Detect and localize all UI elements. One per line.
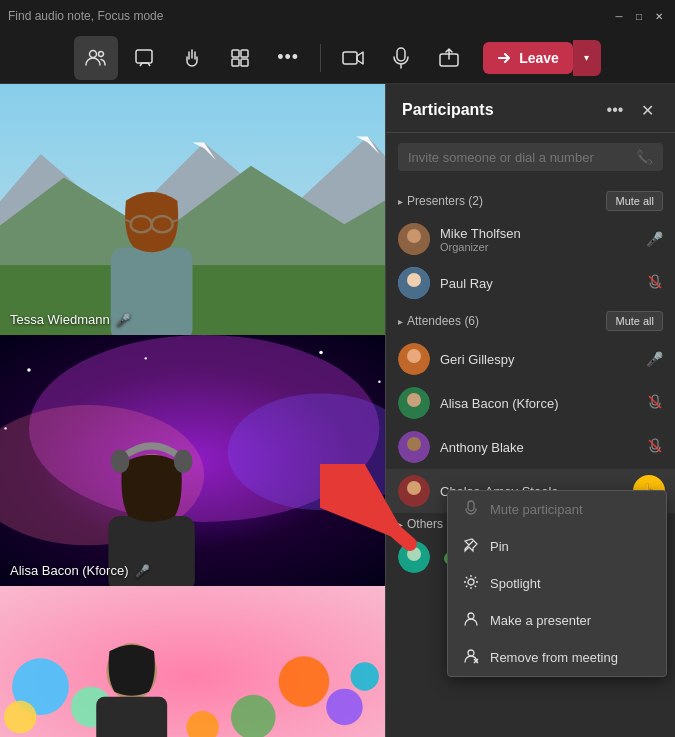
mic-button[interactable] <box>379 36 423 80</box>
mike-role: Organizer <box>440 241 642 253</box>
pin-menu-icon <box>462 537 480 556</box>
main-content: Tessa Wiedmann 🎤 <box>0 84 675 737</box>
presenter-menu-label: Make a presenter <box>490 613 591 628</box>
presenters-chevron: ▸ <box>398 196 403 207</box>
chat-button[interactable] <box>122 36 166 80</box>
participant-row-alisa[interactable]: Alisa Bacon (Kforce) <box>386 381 675 425</box>
context-menu: Mute participant Pin <box>447 490 667 677</box>
mike-info: Mike Tholfsen Organizer <box>440 226 642 253</box>
video-tile-tessa: Tessa Wiedmann 🎤 <box>0 84 385 335</box>
video-tile-3 <box>0 586 385 737</box>
svg-point-68 <box>468 579 474 585</box>
anthony-name: Anthony Blake <box>440 440 643 455</box>
svg-rect-3 <box>232 50 239 57</box>
sidebar-header-icons: ••• ✕ <box>603 98 659 122</box>
video-label-alisa: Alisa Bacon (Kforce) 🎤 <box>10 563 150 578</box>
window-controls: ─ □ ✕ <box>611 8 667 24</box>
remove-menu-icon <box>462 648 480 667</box>
paul-name: Paul Ray <box>440 276 643 291</box>
svg-point-58 <box>407 393 421 407</box>
presenters-label: Presenters (2) <box>407 194 483 208</box>
avatar-anthony <box>398 431 430 463</box>
apps-button[interactable] <box>218 36 262 80</box>
menu-item-remove[interactable]: Remove from meeting <box>448 639 666 676</box>
search-input[interactable] <box>408 150 628 165</box>
attendees-mute-all-button[interactable]: Mute all <box>606 311 663 331</box>
sidebar-title: Participants <box>402 101 494 119</box>
svg-point-35 <box>111 450 130 473</box>
anthony-info: Anthony Blake <box>440 440 643 455</box>
video-tile-alisa: Alisa Bacon (Kforce) 🎤 <box>0 335 385 586</box>
mute-menu-icon <box>462 500 480 519</box>
svg-point-51 <box>407 229 421 243</box>
attendees-chevron: ▸ <box>398 316 403 327</box>
participants-sidebar: Participants ••• ✕ 📞 ▸ Presenters (2) Mu… <box>385 84 675 737</box>
pin-menu-label: Pin <box>490 539 509 554</box>
alisa-mic-icon <box>647 394 663 413</box>
presenters-mute-all-button[interactable]: Mute all <box>606 191 663 211</box>
geri-info: Geri Gillespy <box>440 352 642 367</box>
video-area: Tessa Wiedmann 🎤 <box>0 84 385 737</box>
camera-button[interactable] <box>331 36 375 80</box>
participant-row-paul[interactable]: Paul Ray <box>386 261 675 305</box>
svg-rect-8 <box>397 48 405 61</box>
avatar-chelse <box>398 475 430 507</box>
anthony-mic-icon <box>647 438 663 457</box>
svg-point-53 <box>407 273 421 287</box>
sidebar-more-button[interactable]: ••• <box>603 98 627 122</box>
svg-point-0 <box>90 50 97 57</box>
remove-menu-label: Remove from meeting <box>490 650 618 665</box>
geri-name: Geri Gillespy <box>440 352 642 367</box>
avatar-geri <box>398 343 430 375</box>
mike-name: Mike Tholfsen <box>440 226 642 241</box>
paul-mic-icon <box>647 274 663 293</box>
svg-line-75 <box>466 586 467 587</box>
attendees-label: Attendees (6) <box>407 314 479 328</box>
svg-point-66 <box>407 547 421 561</box>
more-button[interactable]: ••• <box>266 36 310 80</box>
sidebar-header: Participants ••• ✕ <box>386 84 675 133</box>
phone-icon: 📞 <box>636 149 653 165</box>
search-bar[interactable]: 📞 <box>398 143 663 171</box>
alisa-mic-icon: 🎤 <box>135 564 150 578</box>
tessa-mic-icon: 🎤 <box>116 313 131 327</box>
leave-dropdown-button[interactable]: ▾ <box>573 40 601 76</box>
people-button[interactable] <box>74 36 118 80</box>
avatar-other <box>398 541 430 573</box>
menu-item-mute[interactable]: Mute participant <box>448 491 666 528</box>
participant-row-mike[interactable]: Mike Tholfsen Organizer 🎤 <box>386 217 675 261</box>
presenters-section-header: ▸ Presenters (2) Mute all <box>386 185 675 217</box>
participant-row-anthony[interactable]: Anthony Blake <box>386 425 675 469</box>
svg-rect-7 <box>343 52 357 64</box>
svg-point-30 <box>319 351 323 355</box>
svg-point-28 <box>27 368 31 372</box>
svg-rect-37 <box>0 586 385 737</box>
svg-point-40 <box>4 701 36 733</box>
menu-item-pin[interactable]: Pin <box>448 528 666 565</box>
attendees-section-header: ▸ Attendees (6) Mute all <box>386 305 675 337</box>
svg-rect-2 <box>136 50 152 63</box>
svg-point-36 <box>174 450 193 473</box>
svg-rect-5 <box>232 59 239 66</box>
hand-button[interactable] <box>170 36 214 80</box>
svg-rect-48 <box>96 697 167 737</box>
toolbar: ••• Leave ▾ <box>0 32 675 84</box>
share-button[interactable] <box>427 36 471 80</box>
minimize-button[interactable]: ─ <box>611 8 627 24</box>
menu-item-spotlight[interactable]: Spotlight <box>448 565 666 602</box>
svg-rect-4 <box>241 50 248 57</box>
window-title: Find audio note, Focus mode <box>8 9 163 23</box>
svg-point-32 <box>4 427 6 429</box>
sidebar-close-button[interactable]: ✕ <box>635 98 659 122</box>
menu-item-presenter[interactable]: Make a presenter <box>448 602 666 639</box>
alisa-name: Alisa Bacon (Kforce) <box>10 563 129 578</box>
maximize-button[interactable]: □ <box>631 8 647 24</box>
avatar-alisa <box>398 387 430 419</box>
others-chevron: ▸ <box>398 519 403 530</box>
svg-point-42 <box>326 689 362 725</box>
close-button[interactable]: ✕ <box>651 8 667 24</box>
leave-button[interactable]: Leave <box>483 42 573 74</box>
participant-row-geri[interactable]: Geri Gillespy 🎤 <box>386 337 675 381</box>
video-label-tessa: Tessa Wiedmann 🎤 <box>10 312 131 327</box>
spotlight-menu-icon <box>462 574 480 593</box>
